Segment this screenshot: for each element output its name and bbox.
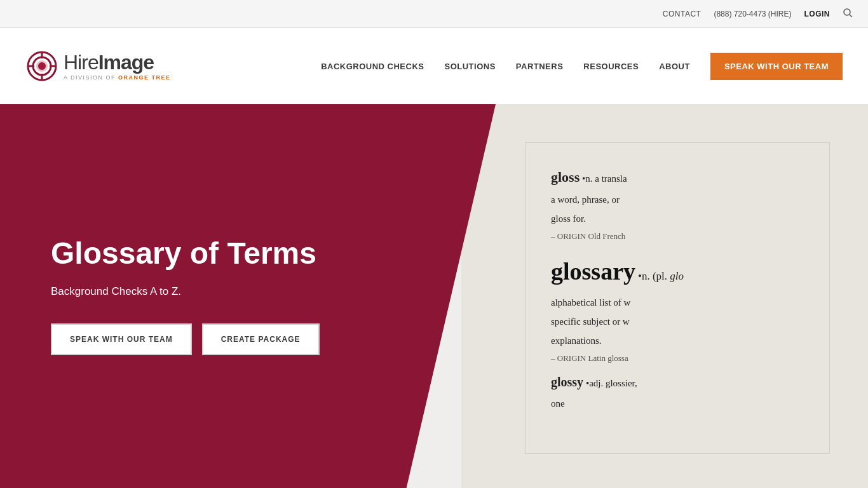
logo[interactable]: HireImage A DIVISION OF ORANGE TREE xyxy=(25,50,171,83)
dict-line-7: specific subject or w xyxy=(551,314,804,329)
dict-line-2: a word, phrase, or xyxy=(551,192,804,207)
logo-icon xyxy=(25,50,58,83)
contact-link[interactable]: CONTACT xyxy=(663,10,702,18)
phone-number: (888) 720-4473 (HIRE) xyxy=(714,10,791,18)
hero-section: Glossary of Terms Background Checks A to… xyxy=(0,104,868,488)
dict-line-9: – ORIGIN Latin glossa xyxy=(551,352,804,365)
logo-tagline: A DIVISION OF ORANGE TREE xyxy=(64,74,171,81)
nav-partners[interactable]: PARTNERS xyxy=(516,62,564,71)
login-link[interactable]: LOGIN xyxy=(804,10,831,18)
logo-text: HireImage A DIVISION OF ORANGE TREE xyxy=(64,52,171,81)
site-header: HireImage A DIVISION OF ORANGE TREE BACK… xyxy=(0,28,868,104)
hero-speak-button[interactable]: SPEAK WITH OUR TEAM xyxy=(51,323,192,355)
hero-image: gloss •n. a transla a word, phrase, or g… xyxy=(525,142,830,454)
svg-line-1 xyxy=(850,15,852,17)
dict-line-3: gloss for. xyxy=(551,211,804,226)
dict-line-8: explanations. xyxy=(551,333,804,348)
dict-line-1: gloss •n. a transla xyxy=(551,166,804,188)
dict-fade-overlay xyxy=(778,143,829,453)
dict-line-4: – ORIGIN Old French xyxy=(551,230,804,243)
svg-point-9 xyxy=(36,60,48,72)
top-bar: CONTACT (888) 720-4473 (HIRE) LOGIN xyxy=(0,0,868,28)
dict-line-10: glossy •adj. glossier, xyxy=(551,372,804,392)
search-icon[interactable] xyxy=(843,8,853,20)
dict-line-11: one xyxy=(551,396,804,411)
nav-solutions[interactable]: SOLUTIONS xyxy=(444,62,495,71)
hero-create-button[interactable]: CREATE PACKAGE xyxy=(202,323,320,355)
hero-buttons: SPEAK WITH OUR TEAM CREATE PACKAGE xyxy=(51,323,356,355)
main-nav: BACKGROUND CHECKS SOLUTIONS PARTNERS RES… xyxy=(321,53,843,80)
speak-with-team-button[interactable]: SPEAK WITH OUR TEAM xyxy=(710,53,843,80)
logo-name: HireImage xyxy=(64,52,171,72)
nav-about[interactable]: ABOUT xyxy=(659,62,690,71)
dict-main-entry: glossary •n. (pl. glo xyxy=(551,252,804,291)
svg-point-0 xyxy=(844,9,850,15)
dict-glossary-word: glossary xyxy=(551,258,635,285)
nav-resources[interactable]: RESOURCES xyxy=(583,62,639,71)
nav-background-checks[interactable]: BACKGROUND CHECKS xyxy=(321,62,424,71)
hero-title: Glossary of Terms xyxy=(51,237,356,271)
hero-subtitle: Background Checks A to Z. xyxy=(51,285,356,298)
dict-line-6: alphabetical list of w xyxy=(551,295,804,310)
dictionary-image: gloss •n. a transla a word, phrase, or g… xyxy=(525,142,830,454)
hero-content: Glossary of Terms Background Checks A to… xyxy=(0,104,407,488)
